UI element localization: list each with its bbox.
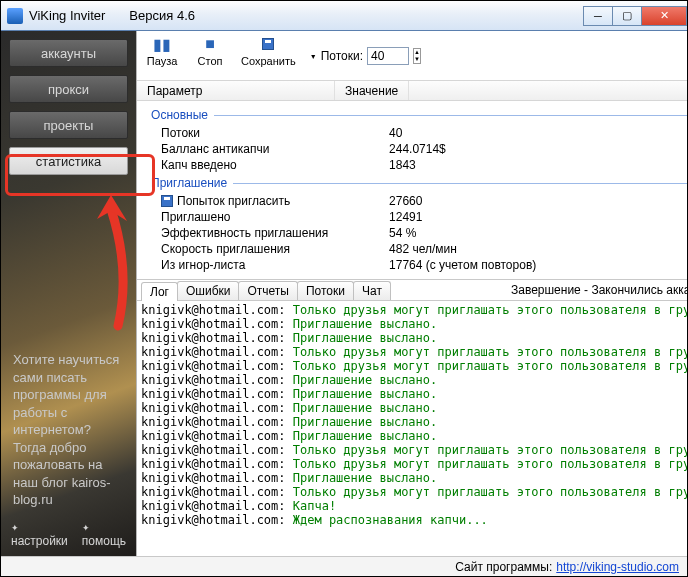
tab-threads[interactable]: Потоки bbox=[297, 281, 354, 300]
pause-button[interactable]: ▮▮Пауза bbox=[145, 35, 179, 67]
stat-row: Из игнор-листа17764 (с учетом повторов) bbox=[137, 257, 688, 273]
col-param: Параметр bbox=[137, 81, 335, 100]
save-icon bbox=[259, 35, 277, 53]
stat-label: Капч введено bbox=[161, 158, 389, 172]
nav-proxy[interactable]: прокси bbox=[9, 75, 128, 103]
stat-value: 27660 bbox=[389, 194, 422, 208]
minimize-button[interactable]: ─ bbox=[583, 6, 613, 26]
status-text: Завершение - Закончились аккаунты bbox=[511, 283, 688, 297]
maximize-button[interactable]: ▢ bbox=[612, 6, 642, 26]
stat-value: 482 чел/мин bbox=[389, 242, 457, 256]
highlight-box bbox=[5, 154, 155, 196]
save-button[interactable]: Сохранить bbox=[241, 35, 296, 67]
pause-icon: ▮▮ bbox=[153, 35, 171, 53]
close-button[interactable]: ✕ bbox=[641, 6, 687, 26]
stat-value: 1843 bbox=[389, 158, 416, 172]
footer-label: Сайт программы: bbox=[455, 560, 552, 574]
settings-link[interactable]: настройки bbox=[11, 520, 68, 548]
log-output[interactable]: knigivk@hotmail.com: Только друзья могут… bbox=[137, 301, 688, 556]
stat-value: 40 bbox=[389, 126, 402, 140]
app-icon bbox=[7, 8, 23, 24]
tab-chat[interactable]: Чат bbox=[353, 281, 391, 300]
help-link[interactable]: помощь bbox=[82, 520, 126, 548]
version-label: Версия 4.6 bbox=[129, 8, 195, 23]
stat-label: Приглашено bbox=[161, 210, 389, 224]
nav-accounts[interactable]: аккаунты bbox=[9, 39, 128, 67]
stat-value: 244.0714$ bbox=[389, 142, 446, 156]
promo-text: Хотите научиться сами писать программы д… bbox=[9, 349, 128, 517]
sidebar: аккаунты прокси проекты статистика Хотит… bbox=[1, 31, 136, 556]
stat-row: Эффективность приглашения54 % bbox=[137, 225, 688, 241]
stat-value: 12491 bbox=[389, 210, 422, 224]
stat-row: Балланс антикапчи 244.0714$ bbox=[137, 141, 688, 157]
threads-stepper[interactable]: ▲▼ bbox=[413, 48, 421, 64]
stat-row: Скорость приглашения482 чел/мин bbox=[137, 241, 688, 257]
stat-label: Потоки bbox=[161, 126, 389, 140]
stop-icon: ■ bbox=[201, 35, 219, 53]
stat-row: Капч введено1843 bbox=[137, 157, 688, 173]
group-invite: Приглашение bbox=[137, 173, 688, 193]
stat-row: Попыток пригласить27660 bbox=[137, 193, 688, 209]
stat-label: Попыток пригласить bbox=[161, 194, 389, 208]
tab-log[interactable]: Лог bbox=[141, 282, 178, 301]
footer: Сайт программы: http://viking-studio.com bbox=[1, 556, 687, 576]
tab-reports[interactable]: Отчеты bbox=[238, 281, 297, 300]
column-headers: Параметр Значение bbox=[137, 81, 688, 101]
window-title: ViKing Inviter bbox=[29, 8, 105, 23]
col-value: Значение bbox=[335, 81, 409, 100]
stat-row: Приглашено12491 bbox=[137, 209, 688, 225]
stat-label: Скорость приглашения bbox=[161, 242, 389, 256]
stat-row: Потоки40 bbox=[137, 125, 688, 141]
stop-button[interactable]: ■Стоп bbox=[193, 35, 227, 67]
content-panel: ▮▮Пауза ■Стоп Сохранить ▼ Потоки: ▲▼ Пар… bbox=[136, 31, 688, 556]
stat-label: Балланс антикапчи bbox=[161, 142, 389, 156]
save-icon bbox=[161, 195, 173, 207]
tab-errors[interactable]: Ошибки bbox=[177, 281, 240, 300]
stats-area: Основные Потоки40Балланс антикапчи 244.0… bbox=[137, 101, 688, 279]
footer-link[interactable]: http://viking-studio.com bbox=[556, 560, 679, 574]
threads-input[interactable] bbox=[367, 47, 409, 65]
toolbar: ▮▮Пауза ■Стоп Сохранить ▼ Потоки: ▲▼ bbox=[137, 31, 688, 81]
stat-value: 17764 (с учетом повторов) bbox=[389, 258, 536, 272]
nav-projects[interactable]: проекты bbox=[9, 111, 128, 139]
log-tabs: Лог Ошибки Отчеты Потоки Чат Завершение … bbox=[137, 279, 688, 301]
arrow-annotation bbox=[93, 191, 143, 331]
group-main: Основные bbox=[137, 105, 688, 125]
stat-value: 54 % bbox=[389, 226, 416, 240]
titlebar: ViKing Inviter Версия 4.6 ─ ▢ ✕ bbox=[1, 1, 687, 31]
stat-label: Эффективность приглашения bbox=[161, 226, 389, 240]
stat-label: Из игнор-листа bbox=[161, 258, 389, 272]
threads-label: Потоки: bbox=[321, 49, 363, 63]
